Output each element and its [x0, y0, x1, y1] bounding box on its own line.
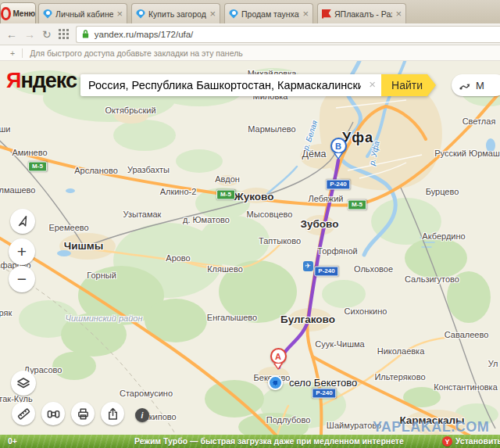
- tab-close-icon[interactable]: ×: [302, 9, 309, 19]
- route-icon: [459, 79, 471, 91]
- map-label: Еремеево: [48, 223, 88, 232]
- bookmarks-hint: Для быстрого доступа добавьте закладки н…: [30, 48, 243, 58]
- bookmarks-bar: + Для быстрого доступа добавьте закладки…: [0, 45, 500, 61]
- zoom-out-button[interactable]: −: [9, 266, 35, 292]
- map-label: Алкино-2: [160, 187, 197, 196]
- map-label: Ул: [488, 359, 498, 368]
- url-text: yandex.ru/maps/172/ufa/: [95, 30, 194, 39]
- info-button[interactable]: i: [135, 408, 149, 422]
- share-icon: [106, 407, 120, 421]
- map-label: Булгаково: [280, 314, 335, 325]
- search-button[interactable]: Найти: [381, 74, 436, 96]
- opera-menu-button[interactable]: Меню: [0, 2, 36, 23]
- layers-button[interactable]: [11, 371, 36, 396]
- tab-close-icon[interactable]: ×: [116, 9, 123, 19]
- map-label: Аминево: [12, 148, 47, 157]
- map-label: Ольховое: [354, 264, 393, 274]
- map-label: Октябрьский: [105, 106, 155, 115]
- tab-title: Купить загородную нед: [148, 9, 206, 19]
- airport-icon: ✈: [303, 261, 313, 271]
- map-label: Светлая: [462, 116, 496, 126]
- back-icon[interactable]: ←: [6, 29, 17, 40]
- reload-icon[interactable]: ↻: [42, 29, 52, 40]
- ruler-icon: [17, 407, 30, 421]
- browser-tab[interactable]: Продам таунхаус село Б ×: [224, 3, 313, 23]
- road-sign: М-5: [216, 190, 235, 200]
- geolocate-arrow-icon: [16, 214, 30, 228]
- tab-close-icon[interactable]: ×: [395, 9, 402, 19]
- road-sign: Р-240: [314, 267, 338, 277]
- map-label: Зубово: [301, 218, 339, 230]
- browser-tab[interactable]: ЯПлакалъ - Разделы -> ( ×: [317, 3, 406, 23]
- selected-place-label: село Бекетово: [289, 377, 357, 389]
- add-bookmark-icon[interactable]: +: [10, 48, 15, 58]
- tab-title: Личный кабинет - ЦИАН: [55, 9, 113, 19]
- map-label: Торфяной: [317, 246, 357, 256]
- map-label: Старомусино: [120, 389, 173, 398]
- map-label: Русский Юрмаш: [434, 149, 500, 158]
- browser-tab[interactable]: Личный кабинет - ЦИАН ×: [38, 3, 127, 23]
- road-sign: М-5: [348, 200, 366, 210]
- tab-title: ЯПлакалъ - Разделы -> (: [334, 9, 392, 19]
- road-sign: М-5: [28, 162, 47, 172]
- browser-tab[interactable]: Купить загородную нед ×: [131, 3, 220, 23]
- map-label: Таптыково: [259, 236, 301, 246]
- map-label: д. Юматово: [183, 215, 230, 224]
- turbo-bar: 0+ Режим Турбо — быстрая загрузка даже п…: [0, 435, 500, 448]
- panorama-button[interactable]: [41, 402, 65, 425]
- binoculars-icon: [47, 407, 60, 421]
- yandex-logo[interactable]: Яндекс: [6, 69, 77, 93]
- selected-place-dot[interactable]: [268, 375, 283, 390]
- tab-favicon-icon: [43, 9, 52, 19]
- map-label: Подлубово: [266, 415, 311, 425]
- turbo-message: Режим Турбо — быстрая загрузка даже при …: [134, 436, 404, 446]
- map-label: Мысовцево: [247, 210, 293, 219]
- map-label: Енгалышево: [207, 313, 257, 322]
- map-label: ши: [0, 124, 10, 134]
- map-label: Савалеево: [445, 330, 489, 339]
- forward-icon[interactable]: →: [24, 29, 35, 40]
- printer-icon: [77, 407, 90, 421]
- route-marker-В[interactable]: В: [330, 138, 347, 154]
- map-label: Константиновка: [434, 382, 498, 392]
- map-label: Авдон: [215, 174, 240, 184]
- map-label: Суук-Чишма: [315, 339, 364, 349]
- road-sign: Р-240: [326, 180, 350, 190]
- road-sign: Р-240: [312, 389, 336, 399]
- menu-button-label: Меню: [13, 9, 35, 18]
- search-input[interactable]: [80, 74, 381, 96]
- route-marker-А[interactable]: А: [270, 348, 287, 364]
- speed-dial-grid-icon[interactable]: [59, 29, 69, 39]
- map-label: Кляшево: [207, 264, 243, 274]
- map-label: Николаевка: [377, 346, 425, 356]
- watermark: YAPLAKAL.COM: [373, 419, 489, 435]
- tab-close-icon[interactable]: ×: [209, 9, 216, 19]
- ruler-button[interactable]: [12, 402, 35, 425]
- map-label: Ильтеряково: [374, 372, 425, 382]
- geolocate-button[interactable]: [10, 209, 35, 234]
- layers-icon: [16, 377, 30, 389]
- clear-search-icon[interactable]: ×: [369, 78, 376, 90]
- tab-bar: Меню Личный кабинет - ЦИАН × Купить заго…: [0, 0, 500, 23]
- tab-favicon-icon: [136, 9, 145, 19]
- routes-button[interactable]: М: [452, 74, 500, 96]
- browser-window: Меню Личный кабинет - ЦИАН × Купить заго…: [0, 0, 500, 448]
- map-canvas[interactable]: МихайловкаМиловкаОктябрьскийСветлаяМармы…: [0, 61, 500, 435]
- map-label: Уразбахты: [127, 165, 170, 174]
- tab-title: Продам таунхаус село Б: [241, 9, 299, 19]
- routes-label: М: [476, 80, 484, 91]
- map-label: Сихонкино: [345, 306, 388, 316]
- print-button[interactable]: [71, 402, 95, 425]
- map-label: ряк: [0, 308, 12, 317]
- install-button[interactable]: Установить: [455, 436, 500, 446]
- zoom-in-button[interactable]: +: [9, 238, 35, 265]
- search-bar: × Найти: [80, 74, 436, 96]
- map-label: Чишмы: [64, 240, 104, 252]
- age-rating: 0+: [8, 436, 17, 446]
- address-bar: ← → ↻ yandex.ru/maps/172/ufa/: [0, 23, 500, 45]
- map-label: Жуково: [234, 191, 274, 202]
- map-label: Узытамак: [123, 210, 162, 219]
- url-field[interactable]: yandex.ru/maps/172/ufa/: [76, 26, 500, 43]
- tab-favicon-icon: [322, 9, 331, 19]
- share-button[interactable]: [101, 402, 124, 425]
